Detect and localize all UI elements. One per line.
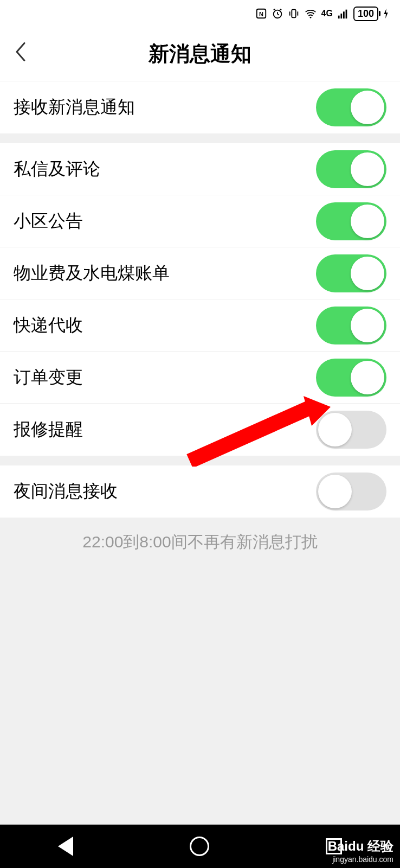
battery-indicator: 100: [353, 7, 378, 21]
nav-back-button[interactable]: [58, 837, 73, 856]
toggle-switch[interactable]: [316, 254, 386, 292]
setting-label: 报修提醒: [14, 418, 83, 442]
toggle-knob: [318, 413, 352, 446]
footer-note: 22:00到8:00间不再有新消息打扰: [0, 518, 400, 567]
toggle-knob: [318, 475, 352, 508]
svg-point-10: [309, 17, 311, 18]
setting-row: 小区公告: [0, 195, 400, 247]
signal-icon: [337, 8, 349, 20]
toggle-knob: [351, 361, 384, 394]
alarm-icon: [272, 8, 283, 20]
setting-label: 小区公告: [14, 209, 83, 233]
nfc-icon: N: [255, 8, 267, 20]
setting-row: 夜间消息接收: [0, 465, 400, 518]
svg-line-4: [278, 14, 279, 15]
setting-row: 接收新消息通知: [0, 81, 400, 133]
svg-rect-12: [340, 14, 342, 18]
settings-group: 接收新消息通知: [0, 81, 400, 133]
toggle-switch[interactable]: [316, 411, 386, 449]
setting-row: 私信及评论: [0, 143, 400, 195]
page-header: 新消息通知: [0, 27, 400, 81]
back-button[interactable]: [14, 41, 27, 67]
settings-group: 私信及评论小区公告物业费及水电煤账单快递代收订单变更报修提醒: [0, 143, 400, 456]
toggle-knob: [351, 91, 384, 124]
vibrate-icon: [288, 8, 300, 20]
triangle-back-icon: [58, 837, 73, 856]
svg-rect-11: [338, 16, 340, 18]
setting-label: 夜间消息接收: [14, 480, 118, 503]
svg-rect-14: [346, 10, 347, 18]
svg-line-6: [280, 9, 281, 10]
charging-icon: [383, 8, 389, 20]
toggle-switch[interactable]: [316, 307, 386, 344]
toggle-knob: [351, 205, 384, 238]
android-nav-bar: Baidu 经验 jingyan.baidu.com: [0, 825, 400, 868]
toggle-switch[interactable]: [316, 88, 386, 126]
setting-label: 接收新消息通知: [14, 95, 135, 119]
page-title: 新消息通知: [149, 40, 251, 68]
toggle-knob: [351, 257, 384, 290]
svg-rect-13: [343, 11, 345, 18]
setting-label: 快递代收: [14, 314, 83, 337]
svg-line-5: [273, 9, 275, 10]
battery-level: 100: [358, 8, 374, 19]
circle-home-icon: [190, 837, 209, 856]
setting-label: 订单变更: [14, 366, 83, 390]
setting-row: 物业费及水电煤账单: [0, 247, 400, 299]
svg-text:N: N: [259, 11, 263, 17]
svg-rect-7: [292, 10, 295, 18]
toggle-switch[interactable]: [316, 359, 386, 397]
status-bar: N 4G 100: [0, 0, 400, 27]
watermark: Baidu 经验 jingyan.baidu.com: [328, 838, 393, 864]
toggle-knob: [351, 152, 384, 186]
setting-label: 私信及评论: [14, 157, 100, 181]
wifi-icon: [304, 8, 317, 20]
watermark-brand: Baidu 经验: [328, 838, 393, 855]
setting-row: 快递代收: [0, 299, 400, 352]
network-label: 4G: [321, 9, 333, 18]
setting-label: 物业费及水电煤账单: [14, 261, 170, 285]
toggle-switch[interactable]: [316, 473, 386, 510]
settings-group: 夜间消息接收: [0, 465, 400, 518]
toggle-switch[interactable]: [316, 150, 386, 188]
setting-row: 订单变更: [0, 352, 400, 404]
toggle-knob: [351, 309, 384, 342]
toggle-switch[interactable]: [316, 202, 386, 240]
watermark-url: jingyan.baidu.com: [328, 855, 393, 864]
nav-home-button[interactable]: [190, 837, 209, 856]
setting-row: 报修提醒: [0, 404, 400, 456]
